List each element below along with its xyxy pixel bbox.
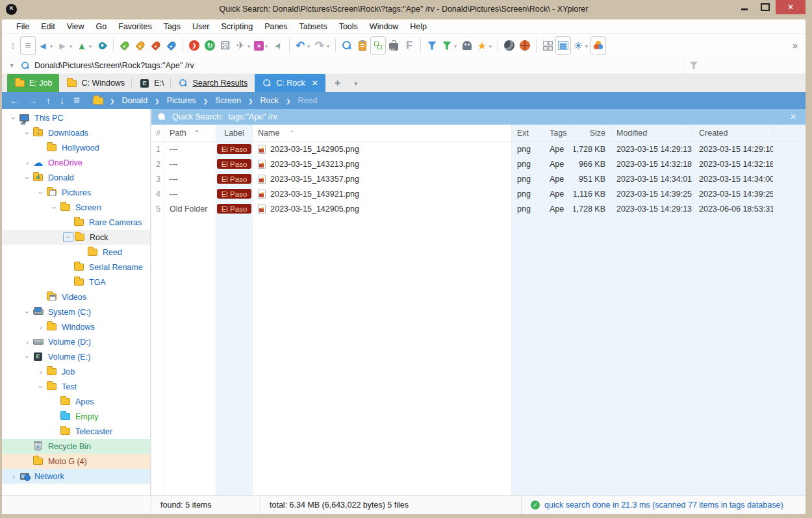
menu-window[interactable]: Window (364, 21, 403, 32)
column-header-label[interactable]: Label (216, 125, 253, 141)
favorites-button[interactable] (475, 36, 494, 55)
tree-item-apes[interactable]: Apes (2, 394, 150, 409)
tab-list-dropdown[interactable] (350, 77, 362, 89)
tree-item-tga[interactable]: TGA (2, 275, 150, 290)
breadcrumb-screen[interactable]: Screen (209, 96, 247, 105)
minimize-button[interactable] (734, 0, 755, 14)
menu-edit[interactable]: Edit (36, 21, 60, 32)
menu-view[interactable]: View (62, 21, 90, 32)
tree-item-downloads[interactable]: Downloads (2, 125, 150, 140)
new-tab-button[interactable] (332, 77, 344, 89)
column-header-tags[interactable]: Tags (544, 125, 574, 141)
dark-mode-button[interactable] (501, 36, 517, 55)
chevron-down-boxed-icon[interactable] (63, 232, 73, 242)
chevron-right-icon[interactable] (36, 323, 46, 331)
panes-layout-button[interactable] (540, 36, 555, 55)
chevron-down-icon[interactable] (22, 308, 32, 316)
menu-help[interactable]: Help (405, 21, 432, 32)
mini-tree-button[interactable] (370, 36, 386, 55)
tree-item-pictures[interactable]: Pictures (2, 185, 150, 200)
chevron-down-icon[interactable] (22, 353, 32, 361)
toolbar-overflow-button[interactable] (787, 36, 803, 55)
up-dropdown[interactable] (88, 41, 93, 50)
tag-green-button[interactable] (117, 36, 133, 55)
font-button[interactable] (401, 36, 417, 55)
address-dropdown[interactable] (6, 60, 18, 71)
crumb-up-icon[interactable]: ↑ (46, 95, 51, 106)
chevron-down-icon[interactable] (22, 174, 32, 182)
tree-item-reed[interactable]: Reed (2, 245, 150, 260)
send-dropdown[interactable] (246, 41, 251, 50)
breadcrumb-donald[interactable]: Donald (116, 96, 153, 105)
breadcrumb-pictures[interactable]: Pictures (161, 96, 202, 105)
menu-tags[interactable]: Tags (159, 21, 186, 32)
up-button[interactable] (75, 36, 94, 55)
menu-go[interactable]: Go (91, 21, 112, 32)
tree-item-empty[interactable]: Empty (2, 409, 150, 424)
chevron-down-icon[interactable] (22, 129, 32, 137)
tab-e-job[interactable]: E: Job (7, 74, 59, 92)
tree-item-moto-g[interactable]: Moto G (4) (2, 454, 150, 469)
tree-item-videos[interactable]: Videos (2, 290, 150, 304)
menu-favorites[interactable]: Favorites (113, 21, 157, 32)
tree-item-this-pc[interactable]: This PC (2, 110, 150, 125)
menu-tools[interactable]: Tools (334, 21, 363, 32)
redo-button[interactable] (312, 36, 332, 55)
favorites-dropdown[interactable] (488, 41, 493, 50)
forward-dropdown[interactable] (68, 41, 73, 50)
table-row[interactable]: 3 --- El Paso 2023-03-15_143357.png png … (151, 171, 806, 186)
tab-c-rock-active[interactable]: C: Rock (255, 74, 325, 92)
color-filters-button[interactable] (590, 36, 606, 55)
paste-button[interactable] (355, 36, 370, 55)
tree-item-network[interactable]: Network (2, 469, 150, 484)
menu-scripting[interactable]: Scripting (216, 21, 258, 32)
chevron-right-icon[interactable] (22, 159, 32, 167)
address-input[interactable]: Donald\Pictures\Screen\Rock?tags:"Ape" /… (34, 61, 194, 70)
send-button[interactable] (233, 36, 253, 55)
search-button[interactable] (339, 36, 355, 55)
chevron-down-icon[interactable] (36, 189, 46, 197)
crumb-forward-icon[interactable]: → (28, 95, 37, 106)
chevron-right-icon[interactable] (8, 473, 19, 480)
column-header-ext[interactable]: Ext (512, 125, 544, 141)
tree-item-serial-rename[interactable]: Serial Rename (2, 260, 150, 275)
ghost-button[interactable] (459, 36, 475, 55)
chevron-right-icon[interactable] (22, 338, 32, 346)
table-row[interactable]: 1 --- El Paso 2023-03-15_142905.png png … (151, 142, 806, 156)
basketball-button[interactable] (517, 36, 533, 55)
tree-item-job[interactable]: Job (2, 364, 150, 379)
main-menu-button[interactable] (20, 36, 36, 55)
menu-file[interactable]: File (11, 21, 34, 32)
table-row[interactable]: 5 Old Folder El Paso 2023-03-15_142905.p… (151, 201, 806, 216)
menu-user[interactable]: User (187, 21, 214, 32)
breadcrumb-rock[interactable]: Rock (255, 96, 285, 105)
power-pack-dropdown[interactable] (264, 41, 269, 50)
chevron-down-icon[interactable] (49, 204, 60, 212)
mirror-button[interactable] (186, 36, 202, 55)
table-row[interactable]: 4 --- El Paso 2023-03-15_143921.png png … (151, 186, 806, 201)
tree-item-telecaster[interactable]: Telecaster (2, 424, 150, 439)
tag-orange-button[interactable] (133, 36, 148, 55)
undo-dropdown[interactable] (306, 41, 311, 50)
maximize-button[interactable] (755, 0, 776, 14)
tab-search-results[interactable]: Search Results (171, 74, 255, 92)
crumb-back-icon[interactable]: ← (10, 95, 19, 106)
visual-filter-icon[interactable] (690, 62, 698, 69)
tree-item-volume-e[interactable]: Volume (E:) (2, 349, 150, 364)
tree-item-test[interactable]: Test (2, 379, 150, 394)
badge-button[interactable] (571, 36, 590, 55)
tab-c-windows[interactable]: C: Windows (59, 74, 132, 92)
filter-blue-button[interactable] (424, 36, 440, 55)
tab-e-drive[interactable]: E:\ (132, 74, 171, 92)
column-header-modified[interactable]: Modified (611, 125, 694, 141)
back-dropdown[interactable] (49, 41, 54, 50)
chevron-down-icon[interactable] (8, 114, 19, 122)
tree-item-rare-cameras[interactable]: Rare Cameras (2, 215, 150, 230)
close-button[interactable] (776, 0, 806, 14)
badge-dropdown[interactable] (584, 41, 589, 50)
filter-green-button[interactable] (440, 36, 459, 55)
column-header-num[interactable]: # (151, 125, 164, 141)
folder-icon[interactable] (93, 97, 103, 105)
details-view-button[interactable] (555, 36, 571, 55)
filter-dropdown[interactable] (453, 41, 458, 50)
